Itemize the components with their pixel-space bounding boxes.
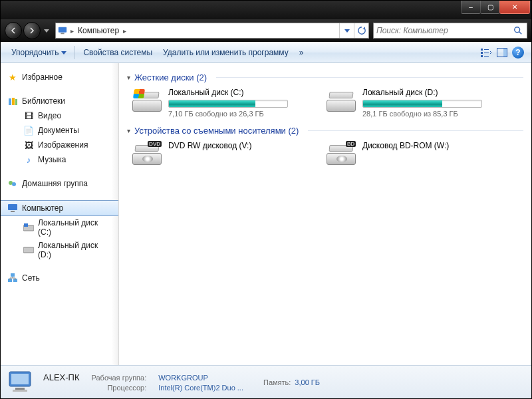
system-properties-button[interactable]: Свойства системы: [78, 45, 158, 60]
music-icon: ♪: [23, 154, 34, 165]
help-icon: ?: [512, 47, 524, 59]
category-hdd[interactable]: ▾ Жесткие диски (2): [127, 72, 523, 82]
svg-rect-1: [61, 33, 64, 35]
workgroup-label: Рабочая группа:: [92, 374, 147, 382]
computer-icon: [56, 26, 69, 35]
preview-pane-button[interactable]: [494, 45, 510, 61]
computer-large-icon: [7, 369, 35, 396]
sidebar-drive-c[interactable]: Локальный диск (C:): [1, 216, 118, 239]
minimize-button[interactable]: –: [461, 1, 481, 14]
category-removable[interactable]: ▾ Устройства со съемными носителями (2): [127, 126, 523, 136]
navigation-pane: ★ Избранное Библиотеки 🎞Видео 📄Документы…: [1, 63, 119, 365]
view-mode-button[interactable]: [478, 45, 494, 61]
refresh-button[interactable]: [354, 23, 368, 38]
navigation-bar: ▸ Компьютер ▸: [1, 19, 531, 42]
homegroup-icon: [7, 178, 18, 189]
close-button[interactable]: ✕: [499, 1, 530, 14]
category-label: Жесткие диски (2): [134, 72, 207, 82]
drive-label: Дисковод BD-ROM (W:): [362, 141, 499, 150]
breadcrumb-sep-icon: ▸: [122, 27, 128, 35]
search-icon[interactable]: [512, 26, 524, 35]
drive-label: Локальный диск (C:): [168, 88, 305, 97]
help-button[interactable]: ?: [510, 45, 526, 61]
drive-bd[interactable]: BD Дисковод BD-ROM (W:): [327, 141, 499, 165]
bd-drive-icon: BD: [327, 141, 356, 165]
sidebar-favorites[interactable]: ★ Избранное: [1, 70, 118, 84]
explorer-window: – ▢ ✕ ▸ Компьютер ▸: [0, 0, 532, 399]
svg-rect-11: [503, 49, 507, 57]
forward-button[interactable]: [23, 22, 41, 39]
search-input[interactable]: [376, 26, 512, 35]
memory-value: 3,00 ГБ: [295, 378, 320, 386]
nav-history-dropdown[interactable]: [42, 25, 51, 37]
toolbar-overflow[interactable]: »: [294, 45, 309, 60]
sidebar-lib-pictures[interactable]: 🖼Изображения: [1, 138, 118, 152]
sidebar-libraries[interactable]: Библиотеки: [1, 94, 118, 108]
breadcrumb-computer[interactable]: Компьютер ▸: [75, 23, 130, 38]
sidebar-computer[interactable]: Компьютер: [1, 200, 118, 216]
sidebar-homegroup[interactable]: Домашняя группа: [1, 176, 118, 191]
details-pane: ALEX-ПК Рабочая группа: WORKGROUP Процес…: [1, 365, 531, 398]
breadcrumb-label: Компьютер: [78, 26, 119, 35]
sidebar-drive-d[interactable]: Локальный диск (D:): [1, 239, 118, 261]
toolbar: Упорядочить Свойства системы Удалить или…: [1, 42, 531, 63]
sidebar-label: Видео: [38, 111, 61, 120]
sidebar-network[interactable]: Сеть: [1, 271, 118, 285]
search-box[interactable]: [373, 23, 527, 39]
drive-d[interactable]: Локальный диск (D:) 28,1 ГБ свободно из …: [327, 88, 499, 118]
sidebar-lib-music[interactable]: ♪Музыка: [1, 152, 118, 167]
dvd-drive-icon: DVD: [132, 141, 162, 165]
drive-icon: [23, 245, 34, 255]
sidebar-label: Музыка: [38, 155, 66, 164]
address-bar[interactable]: ▸ Компьютер ▸: [55, 23, 369, 39]
sidebar-label: Избранное: [22, 72, 63, 82]
separator: [308, 130, 523, 131]
memory-label: Память:: [263, 378, 291, 386]
address-history-dropdown[interactable]: [339, 23, 354, 38]
pictures-icon: 🖼: [23, 140, 34, 150]
star-icon: ★: [7, 72, 18, 82]
titlebar: – ▢ ✕: [1, 1, 531, 19]
svg-rect-20: [24, 223, 28, 227]
svg-rect-12: [9, 98, 11, 105]
svg-rect-4: [481, 49, 483, 51]
svg-rect-27: [15, 388, 25, 390]
sidebar-label: Документы: [38, 126, 79, 135]
network-icon: [7, 273, 18, 283]
organize-menu[interactable]: Упорядочить: [6, 45, 72, 60]
drive-label: Локальный диск (D:): [362, 88, 499, 97]
back-button[interactable]: [5, 22, 22, 39]
svg-rect-6: [481, 55, 483, 57]
hdd-icon: [132, 88, 162, 112]
collapse-icon: ▾: [127, 74, 130, 81]
svg-rect-14: [15, 99, 17, 105]
content-pane: ▾ Жесткие диски (2) Локальный диск (C:) …: [119, 63, 531, 365]
separator: [216, 77, 523, 78]
svg-rect-0: [59, 27, 66, 33]
svg-point-16: [12, 182, 16, 186]
drive-c[interactable]: Локальный диск (C:) 7,10 ГБ свободно из …: [132, 88, 305, 118]
pc-name: ALEX-ПК: [43, 372, 80, 382]
svg-line-3: [519, 32, 522, 35]
overflow-icon: »: [299, 48, 304, 57]
sidebar-label: Сеть: [22, 273, 40, 283]
workgroup-value: WORKGROUP: [158, 374, 243, 382]
svg-rect-5: [481, 52, 483, 54]
drive-label: DVD RW дисковод (V:): [168, 141, 305, 150]
media-badge: BD: [346, 141, 356, 147]
drive-dvd[interactable]: DVD DVD RW дисковод (V:): [132, 141, 305, 165]
sidebar-lib-documents[interactable]: 📄Документы: [1, 123, 118, 138]
collapse-icon: ▾: [127, 127, 130, 134]
toolbar-label: Свойства системы: [83, 48, 152, 57]
sidebar-label: Локальный диск (D:): [38, 241, 113, 259]
organize-label: Упорядочить: [11, 48, 59, 57]
free-space-text: 28,1 ГБ свободно из 85,3 ГБ: [362, 110, 499, 118]
svg-rect-28: [13, 390, 27, 392]
uninstall-program-button[interactable]: Удалить или изменить программу: [158, 45, 294, 60]
sidebar-label: Домашняя группа: [22, 179, 88, 188]
category-label: Устройства со съемными носителями (2): [134, 126, 299, 136]
chevron-down-icon: [61, 51, 66, 55]
sidebar-label: Библиотеки: [22, 96, 65, 106]
maximize-button[interactable]: ▢: [480, 1, 500, 14]
sidebar-lib-video[interactable]: 🎞Видео: [1, 108, 118, 123]
